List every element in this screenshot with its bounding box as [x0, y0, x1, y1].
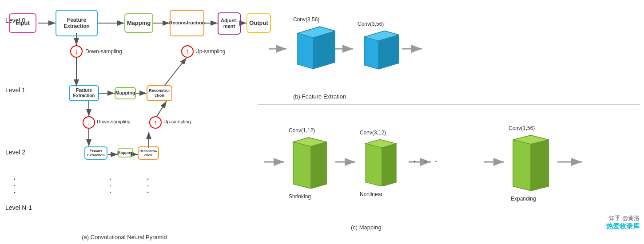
leveln1-label: Level N-1 — [5, 204, 32, 211]
svg-marker-41 — [531, 140, 549, 191]
reconstruction-box-l2: Reconstru-ction — [138, 146, 159, 160]
svg-marker-26 — [378, 35, 398, 69]
main-container: Level 0 Input Feature Extraction Mapping… — [0, 0, 644, 244]
mapping-box-l0: Mapping — [124, 13, 153, 33]
feature-block1: Conv(3,56) — [286, 24, 335, 75]
mapping-block3: Conv(1,56) Expanding — [504, 133, 557, 192]
feature-section: Conv(3,56) Conv(3,56) (b) Feature Extrat… — [266, 4, 453, 102]
dots-mid3: · — [109, 186, 111, 198]
mapping-conv1-label: Conv(1,12) — [289, 127, 315, 134]
shrinking-label: Shrinking — [289, 193, 311, 200]
mapping-box-l1: Mapping — [115, 87, 136, 99]
mapping-block2: Conv(3,12) Nonlinear — [355, 138, 406, 188]
down-sampling-circle-l0: ↓ — [70, 45, 83, 58]
watermark: 知乎 @黄浴 热爱收录库 — [606, 214, 640, 231]
feature-conv2-label: Conv(3,56) — [358, 21, 384, 27]
nonlinear-label: Nonlinear — [360, 191, 382, 197]
mapping-conv2-label: Conv(3,12) — [360, 130, 386, 136]
level2-label: Level 2 — [5, 149, 25, 156]
mapping-section: Conv(1,12) Shrinking Conv(3,12) Nonlinea… — [262, 113, 640, 233]
up-sampling-label-l1: Up-sampling — [163, 119, 191, 124]
expanding-label: Expanding — [511, 196, 536, 202]
down-sampling-label-l0: Down-sampling — [85, 48, 122, 55]
dots-right3: · — [147, 186, 149, 198]
level1-label: Level 1 — [5, 87, 25, 94]
mapping-dots: · · · — [413, 155, 440, 167]
dots-left3: · — [13, 186, 16, 198]
watermark-line2: 热爱收录库 — [606, 222, 640, 231]
caption-a: (a) Convolutional Neural Pyramid — [36, 234, 213, 240]
svg-marker-35 — [311, 142, 326, 189]
up-sampling-label-l0: Up-sampling — [195, 48, 225, 55]
right-panel: Conv(3,56) Conv(3,56) (b) Feature Extrat… — [258, 0, 644, 244]
feature-block2: Conv(3,56) — [353, 29, 400, 75]
watermark-line1: 知乎 @黄浴 — [606, 214, 640, 222]
feature-extraction-box-l1: Feature Extraction — [69, 85, 99, 101]
mapping-box-l2: Mapping — [118, 148, 133, 157]
feature-title: (b) Feature Extration — [293, 93, 346, 100]
reconstruction-box-l1: Reconstru-ction — [147, 85, 172, 101]
left-panel: Level 0 Input Feature Extraction Mapping… — [0, 0, 258, 244]
reconstruction-box-l0: Reconstruction — [170, 10, 204, 36]
down-sampling-circle-l1: ↓ — [83, 116, 95, 129]
down-sampling-label-l1: Down-sampling — [97, 119, 131, 124]
feature-extraction-box-l0: Feature Extraction — [56, 10, 98, 36]
mapping-block1: Conv(1,12) Shrinking — [284, 135, 335, 190]
svg-marker-38 — [382, 144, 396, 186]
feature-extraction-box-l2: Feature Extraction — [84, 146, 107, 160]
caption-c: (c) Mapping — [351, 224, 382, 231]
svg-marker-23 — [313, 31, 335, 69]
mapping-conv3-label: Conv(1,56) — [509, 125, 535, 131]
feature-conv1-label: Conv(3,56) — [293, 16, 319, 23]
svg-line-10 — [164, 58, 187, 86]
adjustment-box-l0: Adjust-ment — [218, 12, 241, 35]
up-sampling-circle-l1: ↑ — [149, 116, 162, 129]
input-box: Input — [9, 13, 36, 33]
divider — [258, 104, 640, 105]
up-sampling-circle-l0: ↑ — [181, 45, 194, 58]
